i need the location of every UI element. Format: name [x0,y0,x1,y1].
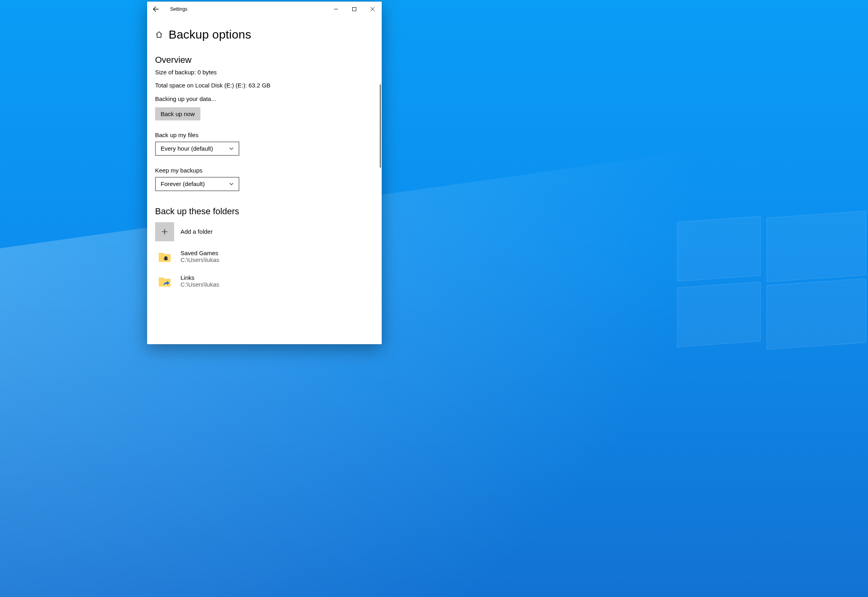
minimize-button[interactable] [327,3,345,16]
arrow-left-icon [153,6,159,12]
scrollbar-thumb[interactable] [380,84,381,168]
add-folder-button[interactable] [155,222,174,241]
add-folder-row[interactable]: Add a folder [155,222,374,241]
back-button[interactable] [150,4,161,15]
maximize-icon [352,7,356,11]
maximize-button[interactable] [345,3,363,16]
total-space-line: Total space on Local Disk (E:) (E:): 63.… [155,81,374,90]
title-bar: Settings [147,2,382,17]
folder-path: C:\Users\lukas [181,281,219,288]
retention-select[interactable]: Forever (default) [155,177,239,191]
folder-name: Saved Games [181,250,219,256]
svg-point-1 [164,258,165,258]
app-title: Settings [170,6,187,12]
backup-now-button[interactable]: Back up now [155,107,200,120]
frequency-value: Every hour (default) [161,145,213,152]
frequency-select[interactable]: Every hour (default) [155,141,239,156]
chevron-down-icon [229,182,234,186]
close-button[interactable] [363,3,382,16]
links-folder-icon [155,271,174,291]
windows-logo [677,219,868,354]
svg-point-2 [167,258,168,258]
folder-name: Links [181,274,219,281]
desktop-wallpaper [0,0,868,597]
retention-label: Keep my backups [155,167,374,174]
folders-heading: Back up these folders [155,206,374,217]
folder-path: C:\Users\lukas [181,256,219,263]
settings-window: Settings Backup options Overview Size of… [147,2,382,344]
home-icon [155,31,163,39]
svg-rect-0 [353,8,356,11]
folder-item[interactable]: Saved Games C:\Users\lukas [155,247,374,266]
home-button[interactable] [155,31,163,39]
overview-heading: Overview [155,55,374,65]
folder-item[interactable]: Links C:\Users\lukas [155,271,374,291]
plus-icon [161,228,169,236]
close-icon [371,7,375,11]
add-folder-label: Add a folder [181,228,213,235]
retention-value: Forever (default) [161,180,205,187]
page-title: Backup options [169,28,251,41]
chevron-down-icon [229,146,234,151]
content-area: Backup options Overview Size of backup: … [147,17,382,344]
backup-size-line: Size of backup: 0 bytes [155,68,374,77]
backup-status-line: Backing up your data... [155,94,374,103]
frequency-label: Back up my files [155,132,374,138]
saved-games-folder-icon [155,247,174,266]
minimize-icon [334,7,338,11]
